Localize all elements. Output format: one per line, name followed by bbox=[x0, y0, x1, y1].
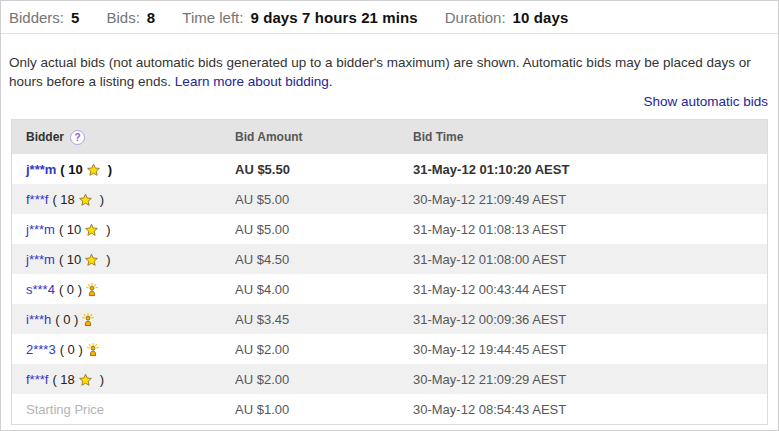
table-row: f***f( 18) AU $5.00 30-May-12 21:09:49 A… bbox=[12, 184, 767, 214]
feedback-score: ( 18 bbox=[52, 372, 74, 387]
bid-amount: AU $2.00 bbox=[235, 372, 413, 387]
bid-time: 30-May-12 21:09:29 AEST bbox=[413, 372, 767, 387]
column-label: Bidder bbox=[26, 130, 64, 144]
new-member-icon bbox=[86, 343, 100, 357]
yellow-star-icon bbox=[86, 163, 101, 177]
column-header-bidder: Bidder ? bbox=[12, 130, 235, 145]
bidder-cell: 2***3( 0 ) bbox=[12, 342, 235, 357]
help-icon[interactable]: ? bbox=[70, 130, 85, 145]
learn-more-link[interactable]: Learn more about bidding. bbox=[175, 74, 333, 89]
bidder-name[interactable]: 2***3 bbox=[26, 342, 56, 357]
feedback-score: ( 10 bbox=[59, 222, 81, 237]
stat-bids: Bids: 8 bbox=[106, 9, 155, 26]
table-row: Starting Price AU $1.00 30-May-12 08:54:… bbox=[12, 394, 767, 424]
table-row: i***h( 0 ) AU $3.45 31-May-12 00:09:36 A… bbox=[12, 304, 767, 334]
bidder-cell: i***h( 0 ) bbox=[12, 312, 235, 327]
paren-close: ) bbox=[106, 222, 110, 237]
stat-label: Bidders: bbox=[9, 9, 64, 26]
stat-value: 8 bbox=[147, 9, 155, 26]
feedback-score: ( 18 bbox=[52, 192, 74, 207]
yellow-star-icon bbox=[84, 223, 99, 237]
table-row: s***4( 0 ) AU $4.00 31-May-12 00:43:44 A… bbox=[12, 274, 767, 304]
bidder-cell: Starting Price bbox=[12, 402, 235, 417]
feedback-score: ( 0 ) bbox=[55, 312, 78, 327]
bid-amount: AU $1.00 bbox=[235, 402, 413, 417]
table-row: f***f( 18) AU $2.00 30-May-12 21:09:29 A… bbox=[12, 364, 767, 394]
feedback-score: ( 0 ) bbox=[60, 342, 83, 357]
bidder-cell: j***m( 10) bbox=[12, 162, 235, 177]
bid-amount: AU $5.00 bbox=[235, 222, 413, 237]
bid-amount: AU $2.00 bbox=[235, 342, 413, 357]
yellow-star-icon bbox=[84, 253, 99, 267]
bidder-name[interactable]: f***f bbox=[26, 192, 48, 207]
bid-time: 31-May-12 00:43:44 AEST bbox=[413, 282, 767, 297]
stat-label: Time left: bbox=[182, 9, 243, 26]
bidder-cell: s***4( 0 ) bbox=[12, 282, 235, 297]
bids-notice-text: Only actual bids (not automatic bids gen… bbox=[9, 53, 761, 91]
paren-close: ) bbox=[108, 162, 112, 177]
paren-close: ) bbox=[100, 192, 104, 207]
column-header-bid-amount: Bid Amount bbox=[235, 130, 413, 144]
starting-price-label: Starting Price bbox=[26, 402, 104, 417]
new-member-icon bbox=[85, 283, 99, 297]
new-member-icon bbox=[81, 313, 95, 327]
column-header-bid-time: Bid Time bbox=[413, 130, 767, 144]
stat-time-left: Time left: 9 days 7 hours 21 mins bbox=[182, 9, 417, 26]
stat-value: 9 days 7 hours 21 mins bbox=[250, 9, 417, 26]
show-automatic-bids-link[interactable]: Show automatic bids bbox=[643, 94, 768, 109]
bidder-name[interactable]: j***m bbox=[26, 252, 55, 267]
table-row: 2***3( 0 ) AU $2.00 30-May-12 19:44:45 A… bbox=[12, 334, 767, 364]
feedback-score: ( 10 bbox=[59, 252, 81, 267]
bid-time: 30-May-12 21:09:49 AEST bbox=[413, 192, 767, 207]
table-row: j***m( 10) AU $5.50 31-May-12 01:10:20 A… bbox=[12, 154, 767, 184]
bid-time: 31-May-12 01:08:00 AEST bbox=[413, 252, 767, 267]
bidder-name[interactable]: j***m bbox=[26, 222, 55, 237]
bid-time: 31-May-12 01:08:13 AEST bbox=[413, 222, 767, 237]
bid-amount: AU $4.00 bbox=[235, 282, 413, 297]
stat-label: Bids: bbox=[106, 9, 139, 26]
table-row: j***m( 10) AU $4.50 31-May-12 01:08:00 A… bbox=[12, 244, 767, 274]
table-header-row: Bidder ? Bid Amount Bid Time bbox=[12, 120, 767, 154]
bidder-cell: j***m( 10) bbox=[12, 222, 235, 237]
bid-history-table: Bidder ? Bid Amount Bid Time j***m( 10) … bbox=[11, 119, 768, 425]
bid-amount: AU $5.00 bbox=[235, 192, 413, 207]
stat-duration: Duration: 10 days bbox=[445, 9, 569, 26]
yellow-star-icon bbox=[78, 193, 93, 207]
paren-close: ) bbox=[100, 372, 104, 387]
bidder-cell: j***m( 10) bbox=[12, 252, 235, 267]
table-body: j***m( 10) AU $5.50 31-May-12 01:10:20 A… bbox=[12, 154, 767, 424]
stat-label: Duration: bbox=[445, 9, 506, 26]
bid-amount: AU $3.45 bbox=[235, 312, 413, 327]
bid-time: 31-May-12 00:09:36 AEST bbox=[413, 312, 767, 327]
show-automatic-bids-row: Show automatic bids bbox=[1, 94, 768, 109]
bid-time: 30-May-12 19:44:45 AEST bbox=[413, 342, 767, 357]
bid-amount: AU $4.50 bbox=[235, 252, 413, 267]
bid-time: 31-May-12 01:10:20 AEST bbox=[413, 162, 767, 177]
bidder-cell: f***f( 18) bbox=[12, 372, 235, 387]
stats-bar: Bidders: 5 Bids: 8 Time left: 9 days 7 h… bbox=[1, 1, 778, 34]
bidder-name[interactable]: i***h bbox=[26, 312, 51, 327]
feedback-score: ( 10 bbox=[60, 162, 82, 177]
bidder-name[interactable]: j***m bbox=[26, 162, 56, 177]
bidder-cell: f***f( 18) bbox=[12, 192, 235, 207]
yellow-star-icon bbox=[78, 373, 93, 387]
bidder-name[interactable]: s***4 bbox=[26, 282, 55, 297]
stat-bidders: Bidders: 5 bbox=[9, 9, 79, 26]
stat-value: 10 days bbox=[513, 9, 569, 26]
notice-body: Only actual bids (not automatic bids gen… bbox=[9, 55, 751, 89]
feedback-score: ( 0 ) bbox=[59, 282, 82, 297]
bidder-name[interactable]: f***f bbox=[26, 372, 48, 387]
stat-value: 5 bbox=[71, 9, 79, 26]
table-row: j***m( 10) AU $5.00 31-May-12 01:08:13 A… bbox=[12, 214, 767, 244]
paren-close: ) bbox=[106, 252, 110, 267]
bid-time: 30-May-12 08:54:43 AEST bbox=[413, 402, 767, 417]
bid-history-page: { "stats": { "items": [ { "label": "Bidd… bbox=[0, 0, 779, 431]
bid-amount: AU $5.50 bbox=[235, 162, 413, 177]
